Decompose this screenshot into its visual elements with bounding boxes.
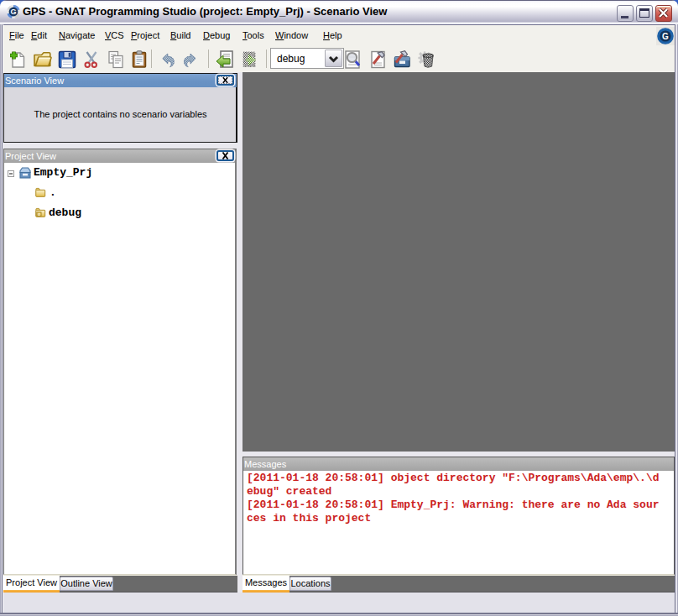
svg-text:G: G	[10, 8, 16, 16]
svg-text:G: G	[662, 32, 669, 41]
svg-text:o: o	[38, 211, 40, 217]
